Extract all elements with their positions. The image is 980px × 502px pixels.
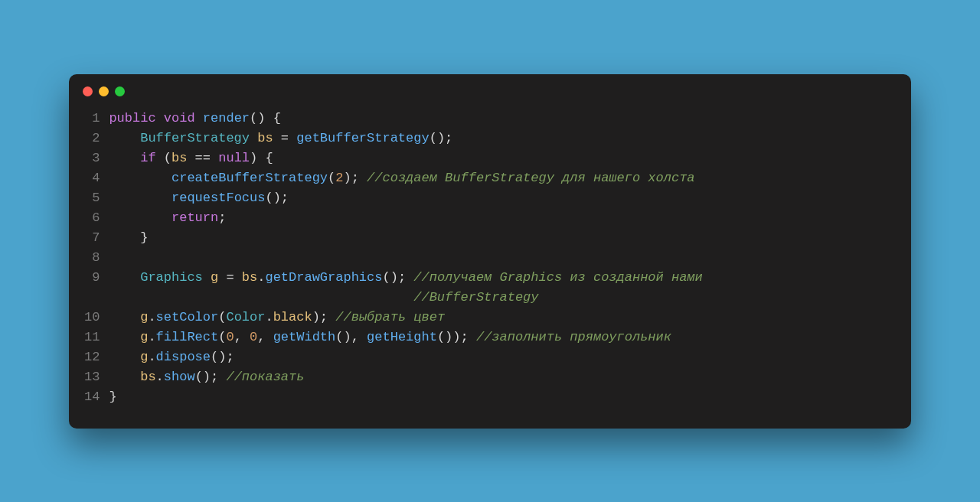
- code-line: 7 }: [84, 228, 896, 248]
- minimize-icon[interactable]: [99, 86, 109, 96]
- code-line: 8: [84, 248, 896, 268]
- code-token: ();: [382, 270, 413, 285]
- code-token: =: [218, 270, 242, 285]
- code-token: show: [164, 370, 195, 384]
- code-token: //создаем BufferStrategy для нашего холс…: [367, 171, 694, 185]
- code-token: [109, 151, 140, 165]
- code-token: .: [257, 270, 265, 285]
- code-line: //BufferStrategy: [84, 288, 896, 308]
- line-number: 12: [84, 347, 100, 367]
- code-line: 14}: [84, 387, 896, 407]
- code-token: fillRect: [156, 330, 219, 344]
- code-token: g: [211, 270, 218, 285]
- line-number: 9: [84, 268, 100, 288]
- code-token: setColor: [156, 310, 219, 324]
- line-number: 13: [84, 367, 100, 387]
- code-token: //заполнить прямоугольник: [476, 330, 671, 344]
- code-token: public: [109, 111, 155, 126]
- code-token: [109, 290, 413, 305]
- code-token: getDrawGraphics: [265, 270, 382, 285]
- code-token: .: [148, 330, 155, 344]
- code-token: (: [218, 330, 226, 344]
- window-titlebar: [69, 74, 911, 104]
- code-token: 0: [250, 330, 257, 344]
- code-line: 3 if (bs == null) {: [84, 148, 896, 168]
- code-token: ==: [187, 151, 218, 165]
- editor-window: 1public void render() {2 BufferStrategy …: [69, 74, 911, 429]
- code-line: 4 createBufferStrategy(2); //создаем Buf…: [84, 168, 896, 188]
- code-token: BufferStrategy: [140, 131, 250, 145]
- code-token: [109, 191, 172, 205]
- code-token: [195, 111, 203, 126]
- code-token: render: [203, 111, 250, 126]
- code-token: getHeight: [367, 330, 437, 344]
- line-number: 2: [84, 129, 100, 148]
- code-token: [203, 270, 211, 285]
- code-line: 5 requestFocus();: [84, 188, 896, 208]
- code-line: 2 BufferStrategy bs = getBufferStrategy(…: [84, 129, 896, 148]
- code-token: );: [343, 171, 367, 185]
- code-token: [109, 131, 140, 145]
- code-line: 12 g.dispose();: [84, 347, 896, 367]
- code-token: requestFocus: [172, 191, 265, 205]
- line-number: 7: [84, 228, 100, 248]
- code-token: ,: [257, 330, 273, 344]
- code-line: 6 return;: [84, 208, 896, 228]
- code-token: }: [109, 230, 148, 245]
- code-token: 0: [226, 330, 234, 344]
- code-token: dispose: [156, 350, 211, 364]
- code-token: return: [172, 210, 218, 225]
- code-token: null: [218, 151, 250, 165]
- code-token: g: [140, 330, 148, 344]
- code-token: [109, 330, 140, 344]
- code-token: createBufferStrategy: [172, 171, 328, 185]
- code-token: bs: [172, 151, 187, 165]
- code-token: void: [164, 111, 195, 126]
- code-line: 13 bs.show(); //показать: [84, 367, 896, 387]
- code-token: (: [328, 171, 335, 185]
- code-token: =: [273, 131, 297, 145]
- code-token: //выбрать цвет: [335, 310, 445, 324]
- line-number: 6: [84, 208, 100, 228]
- code-token: ;: [218, 210, 226, 225]
- code-token: ());: [437, 330, 476, 344]
- line-number: 4: [84, 168, 100, 188]
- close-icon[interactable]: [83, 86, 93, 96]
- code-token: () {: [250, 111, 281, 126]
- code-token: .: [156, 370, 164, 384]
- code-token: g: [140, 350, 148, 364]
- code-token: [250, 131, 257, 145]
- code-token: }: [109, 390, 116, 404]
- code-token: 2: [335, 171, 343, 185]
- code-token: black: [273, 310, 312, 324]
- code-token: Graphics: [140, 270, 203, 285]
- line-number: 11: [84, 328, 100, 347]
- code-token: [109, 270, 140, 285]
- line-number: 10: [84, 308, 100, 328]
- code-token: Color: [226, 310, 265, 324]
- code-token: ();: [211, 350, 234, 364]
- code-token: );: [312, 310, 336, 324]
- code-line: 10 g.setColor(Color.black); //выбрать цв…: [84, 308, 896, 328]
- code-token: .: [148, 310, 155, 324]
- code-token: //BufferStrategy: [413, 290, 538, 305]
- code-line: 1public void render() {: [84, 109, 896, 129]
- code-token: //показать: [226, 370, 304, 384]
- code-token: .: [265, 310, 273, 324]
- code-token: if: [140, 151, 155, 165]
- code-token: bs: [140, 370, 155, 384]
- zoom-icon[interactable]: [115, 86, 125, 96]
- code-token: (: [218, 310, 226, 324]
- code-token: ) {: [250, 151, 273, 165]
- code-token: [109, 370, 140, 384]
- code-token: g: [140, 310, 148, 324]
- code-line: 9 Graphics g = bs.getDrawGraphics(); //п…: [84, 268, 896, 288]
- code-token: getBufferStrategy: [296, 131, 429, 145]
- code-token: .: [148, 350, 155, 364]
- line-number: 1: [84, 109, 100, 129]
- code-token: [156, 111, 164, 126]
- code-line: 11 g.fillRect(0, 0, getWidth(), getHeigh…: [84, 328, 896, 347]
- code-token: [109, 210, 172, 225]
- code-token: getWidth: [273, 330, 336, 344]
- line-number: 8: [84, 248, 100, 268]
